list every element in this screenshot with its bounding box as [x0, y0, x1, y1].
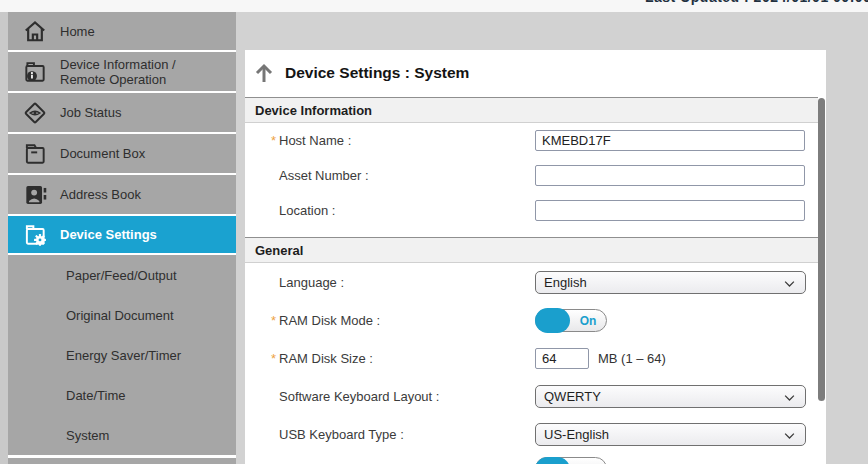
field-label: * RAM Disk Mode : — [245, 313, 535, 328]
asset-number-input[interactable] — [535, 165, 805, 186]
language-select[interactable]: English — [535, 271, 806, 294]
sidebar-item-address-book[interactable]: Address Book — [8, 175, 236, 214]
toggle-knob — [535, 308, 570, 333]
address-book-icon — [22, 182, 48, 208]
content-panel: Device Settings : System Device Informat… — [245, 50, 826, 464]
document-box-icon — [22, 141, 48, 167]
home-icon — [22, 18, 48, 44]
up-arrow-icon[interactable] — [252, 61, 276, 85]
field-label: USB Keyboard Type : — [245, 427, 535, 442]
field-label-text: Asset Number : — [279, 168, 369, 183]
field-row-language: Language : English — [245, 263, 826, 301]
sidebar-nav: Home Device Information / Remote Operati… — [8, 12, 236, 464]
field-label: Language : — [245, 275, 535, 290]
field-row-asset-number: Asset Number : — [245, 158, 826, 193]
sidebar-item-label-line2: Remote Operation — [60, 72, 176, 87]
sidebar-item-label: Device Settings — [60, 227, 157, 242]
device-settings-submenu: Paper/Feed/Output Original Document Ener… — [8, 255, 236, 455]
device-information-icon — [22, 59, 48, 85]
sidebar: Home Device Information / Remote Operati… — [0, 12, 236, 464]
field-label-text: Host Name : — [279, 133, 351, 148]
sidebar-gutter — [0, 12, 8, 464]
field-label-text: RAM Disk Mode : — [279, 313, 380, 328]
device-settings-icon — [22, 222, 48, 248]
sidebar-subitem-energy-saver-timer[interactable]: Energy Saver/Timer — [8, 335, 236, 375]
sidebar-item-job-status[interactable]: Job Status — [8, 93, 236, 132]
field-label: * Host Name : — [245, 133, 535, 148]
sidebar-item-label-line1: Device Information / — [60, 57, 176, 72]
section-header-device-information: Device Information — [245, 97, 818, 123]
selected-value: English — [544, 275, 587, 290]
field-label: * RAM Disk Size : — [245, 351, 535, 366]
vertical-scrollbar-thumb[interactable] — [818, 98, 825, 401]
field-label: Location : — [245, 203, 535, 218]
field-row-partial: On — [535, 457, 826, 464]
usb-keyboard-type-select[interactable]: US-English — [535, 423, 806, 446]
field-label-text: RAM Disk Size : — [279, 351, 373, 366]
selected-value: QWERTY — [544, 389, 601, 404]
sidebar-item-label: Address Book — [60, 187, 141, 202]
required-marker: * — [271, 133, 276, 148]
toggle-knob — [535, 457, 570, 464]
required-marker: * — [271, 313, 276, 328]
field-row-ram-disk-mode: * RAM Disk Mode : On — [245, 301, 826, 339]
ram-disk-size-input[interactable] — [535, 348, 589, 369]
toggle-state-label: On — [570, 310, 606, 332]
software-keyboard-layout-select[interactable]: QWERTY — [535, 385, 806, 408]
selected-value: US-English — [544, 427, 609, 442]
sidebar-subitem-original-document[interactable]: Original Document — [8, 295, 236, 335]
ram-disk-mode-toggle[interactable]: On — [535, 309, 607, 332]
field-row-host-name: * Host Name : — [245, 123, 826, 158]
top-bar: Last Updated : 2024/01/01 00:00:00 — [0, 0, 868, 12]
sidebar-subitem-date-time[interactable]: Date/Time — [8, 375, 236, 415]
toggle-state-label: On — [570, 458, 606, 464]
partial-toggle[interactable]: On — [535, 457, 607, 464]
field-row-ram-disk-size: * RAM Disk Size : MB (1 – 64) — [245, 339, 826, 377]
field-label-text: USB Keyboard Type : — [279, 427, 404, 442]
sidebar-subitem-system[interactable]: System — [8, 415, 236, 455]
chevron-down-icon — [782, 276, 797, 291]
field-row-usb-keyboard-type: USB Keyboard Type : US-English — [245, 415, 826, 453]
section-header-general: General — [245, 237, 818, 263]
job-status-icon — [22, 100, 48, 126]
sidebar-item-device-settings[interactable]: Device Settings — [8, 216, 236, 253]
field-label: Asset Number : — [245, 168, 535, 183]
field-row-location: Location : — [245, 193, 826, 228]
page-title-bar: Device Settings : System — [245, 50, 826, 97]
sidebar-item-label: Job Status — [60, 105, 121, 120]
partially-visible-header-text: Last Updated : 2024/01/01 00:00:00 — [645, 0, 868, 5]
sidebar-item-device-information[interactable]: Device Information / Remote Operation — [8, 52, 236, 91]
required-marker: * — [271, 351, 276, 366]
sidebar-item-home[interactable]: Home — [8, 12, 236, 50]
sidebar-item-document-box[interactable]: Document Box — [8, 134, 236, 173]
sidebar-subitem-paper-feed-output[interactable]: Paper/Feed/Output — [8, 255, 236, 295]
sidebar-item-label: Document Box — [60, 146, 145, 161]
sidebar-next-item-partial[interactable] — [8, 458, 236, 464]
sidebar-item-label: Home — [60, 24, 95, 39]
host-name-input[interactable] — [535, 130, 805, 151]
location-input[interactable] — [535, 200, 805, 221]
chevron-down-icon — [782, 428, 797, 443]
field-label-text: Software Keyboard Layout : — [279, 389, 439, 404]
field-row-software-keyboard-layout: Software Keyboard Layout : QWERTY — [245, 377, 826, 415]
ram-disk-size-range-label: MB (1 – 64) — [598, 351, 666, 366]
field-label: Software Keyboard Layout : — [245, 389, 535, 404]
field-label-text: Location : — [279, 203, 335, 218]
sidebar-item-label: Device Information / Remote Operation — [60, 57, 176, 87]
chevron-down-icon — [782, 390, 797, 405]
page-title: Device Settings : System — [285, 64, 469, 82]
field-label-text: Language : — [279, 275, 344, 290]
